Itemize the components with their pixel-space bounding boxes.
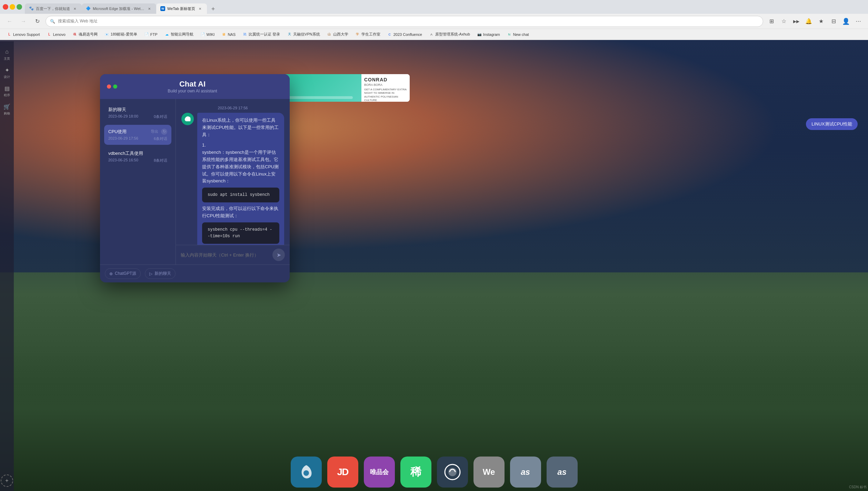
chat-item-vdbench-title: vdbench工具使用 (108, 150, 167, 157)
tab-baidu-title: 百度一下，你就知道 (36, 6, 70, 11)
chat-panel-title: Chat AI Build your own AI assistant (117, 80, 268, 93)
ai-avatar (181, 113, 194, 125)
ai-item-number: 1. (202, 142, 279, 149)
close-button[interactable] (3, 4, 8, 10)
window-dots (107, 84, 117, 89)
chat-list-item-vdbench[interactable]: vdbench工具使用 2023-06-25 16:50 8条对话 (104, 147, 171, 167)
ad-brand: CONRAD (364, 77, 407, 82)
bookmark-confluence[interactable]: C 2023 Confluence (385, 31, 425, 38)
sidebar-item-design[interactable]: ✦ 设计 (1, 64, 13, 79)
bookmark-189mail[interactable]: 📧 189邮箱-爱简单 (102, 31, 140, 38)
new-chat-button[interactable]: ▷ 新的聊天 (145, 268, 176, 279)
bookmark-cloud-icon: ☁ (164, 32, 169, 37)
bookmark-nas[interactable]: 🖥 NAS (219, 31, 238, 38)
bookmark-studio[interactable]: 学 学生工作室 (352, 31, 383, 38)
chat-messages: 2023-06-29 17:56 在Linux系统上，你可以使用一些工具来测试C… (176, 99, 290, 245)
ad-tagline: GET A COMPLIMENTARY EXTRA NIGHT TO IMMER… (364, 88, 407, 102)
sidebar-item-shop[interactable]: 🛒 购物 (1, 100, 13, 116)
dock-item-we2[interactable]: We (473, 457, 505, 488)
bookmark-cloud-label: 智能云网导航 (171, 32, 193, 37)
bookmark-189mail-icon: 📧 (104, 32, 109, 37)
bookmark-confluence-icon: C (387, 32, 392, 37)
bookmark-newchat[interactable]: N New chat (504, 31, 532, 38)
tab-wetab-new-favicon: W (160, 6, 165, 11)
bookmark-axhub[interactable]: A 原型管理系统-Axhub (426, 31, 473, 38)
code-text-2: sysbench cpu --threads=4 --time=10s run (208, 227, 272, 239)
bookmark-axhub-label: 原型管理系统-Axhub (435, 32, 470, 37)
dock-item-drupal[interactable] (291, 457, 322, 488)
design-label: 设计 (4, 75, 10, 79)
extensions-button[interactable]: ⊞ (766, 16, 777, 27)
favorites-button[interactable]: ☆ (778, 16, 789, 27)
tab-baidu[interactable]: 🐾 百度一下，你就知道 ✕ (25, 3, 82, 14)
chat-item-cpu-title: CPU使用 导出 ↻ (108, 128, 167, 135)
bookmark-cloud[interactable]: ☁ 智能云网导航 (162, 31, 196, 38)
sidebar-item-home[interactable]: ⌂ 主页 (1, 46, 13, 61)
chat-input-field[interactable] (181, 252, 269, 258)
minimize-button[interactable] (10, 4, 15, 10)
bookmark-shanxi[interactable]: 山 山西大学 (324, 31, 351, 38)
forward-button[interactable]: → (18, 16, 29, 27)
refresh-button[interactable]: ↻ (32, 16, 43, 27)
tab-wetab-new-close[interactable]: ✕ (197, 6, 203, 11)
bookmark-wiki[interactable]: 📄 WIKI (198, 31, 218, 38)
bookmark-ftp[interactable]: 📄 FTP (141, 31, 160, 38)
bookmark-lenovo[interactable]: L Lenovo (44, 31, 68, 38)
refresh2-button[interactable]: 🔔 (803, 16, 814, 27)
ai-intro: 在Linux系统上，你可以使用一些工具来测试CPU性能。以下是一些常用的工具： (202, 117, 279, 138)
ad-location: BORA BORA (364, 83, 407, 87)
new-chat-icon: ▷ (149, 271, 152, 276)
bookmark-lenovo-support[interactable]: L Lenovo Support (4, 31, 43, 38)
chat-list-item-cpu[interactable]: CPU使用 导出 ↻ 2023-06-29 17:56 6条对话 (104, 125, 171, 145)
tab-baidu-favicon: 🐾 (29, 6, 34, 11)
dock-item-as2[interactable]: as (547, 457, 578, 488)
profile-button[interactable]: 👤 (840, 16, 851, 27)
menu-button[interactable]: ⋯ (853, 16, 864, 27)
bookmark-vpn[interactable]: 天 天融信VPN系统 (284, 31, 323, 38)
fav2-button[interactable]: ★ (816, 16, 827, 27)
chat-layout: 新的聊天 2023-06-29 18:00 0条对话 CPU使用 导出 ↻ 2 (100, 99, 290, 264)
dock-item-steam[interactable] (437, 457, 468, 488)
bookmark-biyi-icon: 比 (242, 32, 247, 37)
maximize-button[interactable] (17, 4, 22, 10)
bookmark-instagram[interactable]: 📷 Instagram (474, 31, 503, 38)
ad-text-content: CONRAD BORA BORA GET A COMPLIMENTARY EXT… (361, 74, 410, 102)
dock-item-as1[interactable]: as (510, 457, 541, 488)
sidebar-item-apps[interactable]: ▤ 程序 (1, 82, 13, 98)
chat-item-new-title: 新的聊天 (108, 107, 167, 113)
bookmark-biyi[interactable]: 比 比翼统一认证 登录 (240, 31, 283, 38)
tab-wetab-ext[interactable]: 🔷 Microsoft Edge 加载项 - Wetab ✕ (82, 3, 156, 14)
bookmark-axhub-icon: A (429, 32, 434, 37)
tab-baidu-close[interactable]: ✕ (72, 6, 78, 11)
chat-item-cpu-meta: 2023-06-29 17:56 6条对话 (108, 136, 167, 141)
collections-button[interactable]: ▶▶ (791, 16, 802, 27)
shop-icon: 🛒 (1, 100, 13, 113)
bookmark-nas-label: NAS (228, 32, 236, 37)
dock-item-we[interactable]: 稀 (400, 457, 431, 488)
address-text: 搜索或输入 Web 地址 (58, 18, 98, 24)
window-controls (3, 4, 22, 10)
dock-item-pinpinpin[interactable]: 唯品会 (364, 457, 395, 488)
add-tab-button[interactable]: + (208, 4, 218, 14)
ai-item-title: sysbench：sysbench是一个用于评估系统性能的多用途基准测试工具包。… (202, 149, 279, 185)
back-button[interactable]: ← (4, 16, 15, 27)
chatgpt-source-button[interactable]: ⊕ ChatGPT源 (105, 268, 141, 279)
home-icon: ⌂ (1, 46, 13, 58)
bookmark-newchat-label: New chat (513, 32, 529, 37)
tab-wetab-new[interactable]: W WeTab 新标签页 ✕ (156, 3, 207, 14)
chat-send-button[interactable]: ➤ (272, 249, 285, 261)
chat-list-item-new[interactable]: 新的聊天 2023-06-29 18:00 0条对话 (104, 103, 171, 123)
chat-subtitle-text: Build your own AI assistant (117, 89, 268, 93)
bookmark-wiki-icon: 📄 (200, 32, 205, 37)
export-button[interactable]: 导出 (149, 128, 160, 135)
chat-title-text: Chat AI (117, 80, 268, 89)
bookmark-hunyi-icon: 魂 (72, 32, 77, 37)
bookmark-hunyi[interactable]: 魂 魂易选号网 (70, 31, 100, 38)
design-icon: ✦ (1, 64, 13, 76)
dock-item-jd[interactable]: JD (327, 457, 358, 488)
tab-wetab-ext-close[interactable]: ✕ (147, 6, 152, 11)
address-bar[interactable]: 🔍 搜索或输入 Web 地址 (46, 16, 763, 27)
apps-button[interactable]: ⊟ (828, 16, 839, 27)
refresh-chat-button[interactable]: ↻ (161, 129, 167, 135)
source-icon: ⊕ (109, 271, 113, 276)
